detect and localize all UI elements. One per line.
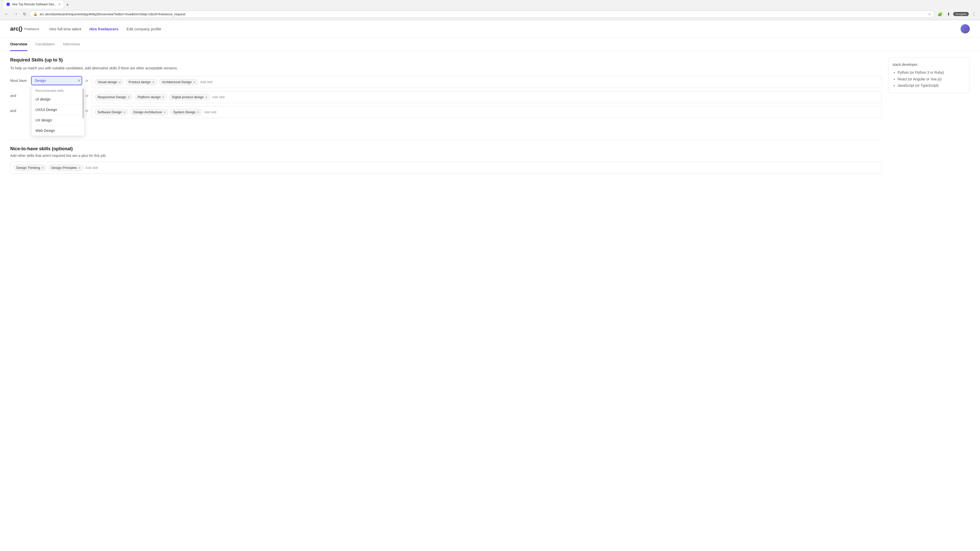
back-button[interactable]: ← bbox=[3, 11, 10, 17]
add-skill-row1[interactable]: Add skill bbox=[200, 80, 212, 84]
remove-design-principles[interactable]: × bbox=[79, 166, 81, 170]
nice-to-have-description: Add other skills that aren't required bu… bbox=[10, 154, 882, 158]
address-input[interactable] bbox=[40, 12, 926, 16]
dropdown-scrollbar[interactable] bbox=[83, 86, 84, 136]
logo-area: arc() Freelance bbox=[10, 25, 39, 32]
download-button[interactable]: ⬇ bbox=[946, 11, 951, 17]
must-have-row: Must have × Recommended skills UI design… bbox=[10, 76, 882, 88]
menu-button[interactable]: ⋮ bbox=[971, 11, 977, 17]
required-skills-heading: Required Skills (up to 5) bbox=[10, 57, 882, 63]
and-label-1: and bbox=[10, 91, 28, 98]
bookmark-icon[interactable]: ☆ bbox=[928, 12, 931, 16]
tab-candidates[interactable]: Candidates bbox=[35, 38, 55, 51]
extensions-button[interactable]: 🧩 bbox=[937, 11, 944, 17]
remove-platform-design[interactable]: × bbox=[162, 95, 164, 99]
content-tabs: Overview Candidates Interviews bbox=[0, 38, 980, 51]
hint-item-react: React (or Angular or Vue.js) bbox=[897, 76, 966, 83]
logo-text: arc() bbox=[10, 25, 22, 32]
remove-software-design[interactable]: × bbox=[124, 110, 126, 114]
tag-visual-design: Visual design × bbox=[95, 79, 124, 85]
tab-interviews[interactable]: Interviews bbox=[63, 38, 80, 51]
tag-software-design: Software Design × bbox=[95, 109, 128, 115]
new-tab-button[interactable]: + bbox=[64, 1, 71, 8]
hint-box: stack developer. Python (or Python 3 or … bbox=[888, 57, 970, 93]
or-label-1: or bbox=[85, 76, 88, 83]
nav-right-icons: 🧩 ⬇ Incognito ⋮ bbox=[937, 11, 977, 17]
tag-system-design: System Design × bbox=[170, 109, 202, 115]
skill-input-wrapper: × Recommended skills UI design UX/UI Des… bbox=[31, 76, 82, 85]
tag-responsive-design: Responsive Design × bbox=[95, 94, 132, 100]
tag-design-thinking: Design Thinking × bbox=[14, 165, 46, 171]
security-icon: 🔒 bbox=[33, 12, 38, 16]
nav-edit-company[interactable]: Edit company profile bbox=[127, 27, 161, 31]
tag-digital-product-design: Digital product design × bbox=[169, 94, 210, 100]
dropdown-item-ux-design[interactable]: UX design bbox=[32, 115, 84, 125]
and-label-2: and bbox=[10, 106, 28, 113]
hint-item-javascript: JavaScript (or TypeScript) bbox=[897, 83, 966, 89]
hint-item-python: Python (or Python 3 or Ruby) bbox=[897, 69, 966, 76]
add-skill-nice[interactable]: Add skill bbox=[86, 166, 98, 170]
tag-product-design: Product design × bbox=[126, 79, 157, 85]
user-avatar[interactable] bbox=[961, 24, 970, 33]
app-header: arc() Freelance Hire full-time talent Hi… bbox=[0, 20, 980, 38]
remove-system-design[interactable]: × bbox=[197, 110, 199, 114]
nice-tags-box: Design Thinking × Design Principles × Ad… bbox=[10, 162, 882, 174]
tab-title: Hire Top Remote Software Dev... bbox=[12, 3, 56, 6]
remove-design-architecture[interactable]: × bbox=[164, 110, 165, 114]
browser-tab-bar: Hire Top Remote Software Dev... × + bbox=[0, 0, 980, 8]
remove-product-design[interactable]: × bbox=[152, 80, 154, 84]
browser-navbar: ← → ↻ 🔒 ☆ 🧩 ⬇ Incognito ⋮ bbox=[0, 8, 980, 20]
browser-chrome: Hire Top Remote Software Dev... × + ← → … bbox=[0, 0, 980, 20]
dropdown-item-uxui-design[interactable]: UX/UI Design bbox=[32, 105, 84, 115]
or-label-3: or bbox=[85, 106, 88, 113]
right-panel: stack developer. Python (or Python 3 or … bbox=[888, 57, 970, 174]
browser-tab-active[interactable]: Hire Top Remote Software Dev... × bbox=[3, 0, 64, 8]
hint-partial-text: stack developer. bbox=[892, 62, 966, 67]
hint-list: Python (or Python 3 or Ruby) React (or A… bbox=[892, 69, 966, 89]
left-panel: Required Skills (up to 5) To help us mat… bbox=[10, 57, 882, 174]
and-row-1: and or Responsive Design × Platform desi… bbox=[10, 91, 882, 103]
tag-architectural-design: Architectural Design × bbox=[159, 79, 198, 85]
main-content: Required Skills (up to 5) To help us mat… bbox=[0, 51, 980, 180]
nice-to-have-section: Nice-to-have skills (optional) Add other… bbox=[10, 140, 882, 174]
forward-button[interactable]: → bbox=[12, 11, 19, 17]
tag-design-architecture: Design Architecture × bbox=[130, 109, 169, 115]
main-nav: Hire full-time talent Hire freelancers E… bbox=[49, 27, 961, 31]
logo-type: Freelance bbox=[24, 27, 39, 31]
incognito-badge: Incognito bbox=[953, 12, 969, 16]
must-have-label: Must have bbox=[10, 76, 28, 83]
design-input[interactable] bbox=[31, 76, 82, 85]
tag-platform-design: Platform design × bbox=[135, 94, 167, 100]
add-skill-row2[interactable]: Add skill bbox=[212, 95, 224, 99]
address-bar[interactable]: 🔒 ☆ bbox=[30, 11, 935, 17]
tab-favicon bbox=[6, 3, 10, 6]
reload-button[interactable]: ↻ bbox=[21, 11, 28, 17]
remove-visual-design[interactable]: × bbox=[119, 80, 121, 84]
remove-digital-product-design[interactable]: × bbox=[205, 95, 207, 99]
nav-hire-freelancers[interactable]: Hire freelancers bbox=[89, 27, 118, 31]
dropdown-item-ui-design[interactable]: UI design bbox=[32, 94, 84, 104]
tag-design-principles: Design Principles × bbox=[48, 165, 83, 171]
nice-to-have-heading: Nice-to-have skills (optional) bbox=[10, 146, 882, 151]
skill-dropdown: Recommended skills UI design UX/UI Desig… bbox=[31, 86, 85, 136]
dropdown-item-web-design[interactable]: Web Design bbox=[32, 125, 84, 136]
skill-tags-row1: Visual design × Product design × Archite… bbox=[91, 76, 882, 88]
add-skill-row3[interactable]: Add skill bbox=[204, 110, 216, 114]
skill-tags-row2: Responsive Design × Platform design × Di… bbox=[91, 91, 882, 103]
tab-close-button[interactable]: × bbox=[59, 2, 60, 6]
remove-responsive-design[interactable]: × bbox=[127, 95, 130, 99]
dropdown-section-label: Recommended skills bbox=[32, 86, 84, 94]
nav-hire-fulltime[interactable]: Hire full-time talent bbox=[49, 27, 81, 31]
or-label-2: or bbox=[85, 91, 88, 98]
skill-tags-row3: Software Design × Design Architecture × … bbox=[91, 106, 882, 118]
input-clear-button[interactable]: × bbox=[78, 78, 80, 83]
and-row-2: and or Software Design × Design Architec… bbox=[10, 106, 882, 118]
remove-architectural-design[interactable]: × bbox=[193, 80, 195, 84]
required-skills-description: To help us match you with suitable candi… bbox=[10, 65, 882, 71]
remove-design-thinking[interactable]: × bbox=[41, 166, 44, 170]
tab-overview[interactable]: Overview bbox=[10, 38, 27, 51]
